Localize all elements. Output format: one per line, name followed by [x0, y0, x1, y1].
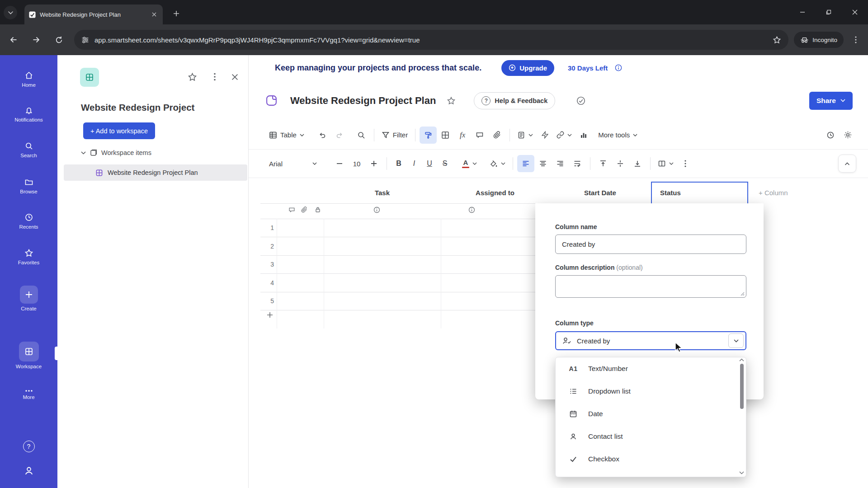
resize-grip-icon[interactable]	[741, 292, 745, 296]
row-number[interactable]: 3	[260, 255, 274, 273]
fill-color-button[interactable]	[486, 155, 509, 172]
sidebar-item-create[interactable]: Create	[0, 286, 57, 311]
sidebar-item-notifications[interactable]: Notifications	[0, 106, 57, 122]
sidebar-item-more[interactable]: More	[0, 389, 57, 400]
filter-button[interactable]: Filter	[378, 127, 411, 144]
row-number[interactable]: 4	[260, 274, 274, 292]
font-family-select[interactable]: Arial	[266, 155, 320, 172]
valign-top-button[interactable]	[594, 155, 612, 172]
assigned-info-icon[interactable]	[468, 206, 475, 213]
type-option-partial[interactable]	[556, 470, 746, 477]
strikethrough-button[interactable]: S	[437, 155, 453, 172]
scroll-up-icon[interactable]	[739, 358, 744, 361]
site-settings-icon[interactable]	[81, 36, 89, 44]
row-number[interactable]: 2	[260, 237, 274, 255]
underline-button[interactable]: U	[422, 155, 437, 172]
sidebar-help-button[interactable]: ?	[0, 441, 57, 452]
column-header-task[interactable]: Task	[324, 183, 441, 203]
new-tab-button[interactable]	[170, 7, 183, 20]
days-left-link[interactable]: 30 Days Left	[568, 64, 608, 72]
row-number[interactable]: 5	[260, 292, 274, 310]
type-option-checkbox[interactable]: Checkbox	[556, 448, 746, 470]
attachment-button[interactable]	[488, 127, 505, 144]
sidebar-item-search[interactable]: Search	[0, 141, 57, 158]
sidebar-item-browse[interactable]: Browse	[0, 178, 57, 194]
add-to-workspace-button[interactable]: + Add to workspace	[83, 122, 155, 139]
window-maximize-button[interactable]	[816, 0, 842, 24]
font-size-decrease-button[interactable]	[331, 155, 348, 172]
type-option-text-number[interactable]: A1 Text/Number	[556, 357, 746, 380]
align-center-button[interactable]	[534, 155, 552, 172]
cell-format-button[interactable]	[437, 127, 454, 144]
row-number[interactable]: 1	[260, 219, 274, 237]
collapse-toolbar-button[interactable]	[838, 155, 856, 173]
sidebar-account-button[interactable]	[0, 465, 57, 476]
more-tools-button[interactable]: More tools	[595, 127, 641, 144]
comment-column-icon[interactable]	[288, 206, 295, 213]
favorite-sheet-star-icon[interactable]	[447, 96, 456, 105]
automation-button[interactable]	[536, 127, 553, 144]
sidebar-item-home[interactable]: Home	[0, 71, 57, 88]
column-name-input[interactable]: Created by	[555, 235, 746, 254]
font-size-increase-button[interactable]	[365, 155, 382, 172]
align-left-button[interactable]	[517, 155, 534, 172]
column-type-select[interactable]: Created by	[555, 331, 746, 350]
attachment-column-icon[interactable]	[301, 206, 307, 213]
upgrade-button[interactable]: Upgrade	[501, 60, 554, 76]
tab-search-button[interactable]	[4, 6, 17, 19]
workspace-items-section[interactable]: Workspace items	[81, 146, 151, 159]
comment-button[interactable]	[471, 127, 488, 144]
link-button[interactable]	[553, 127, 575, 144]
sidebar-item-workspace[interactable]: Workspace	[0, 342, 57, 369]
bold-button[interactable]: B	[391, 155, 406, 172]
scroll-down-icon[interactable]	[739, 471, 744, 474]
align-right-button[interactable]	[552, 155, 569, 172]
favorite-star-button[interactable]	[184, 69, 200, 85]
column-header-assigned-to[interactable]: Assigned to	[441, 183, 549, 203]
merge-cells-button[interactable]	[655, 155, 677, 172]
row-report-button[interactable]	[514, 127, 536, 144]
workspace-item-selected[interactable]: Website Redesign Project Plan	[64, 164, 247, 181]
task-info-icon[interactable]	[373, 206, 380, 213]
formula-button[interactable]: fx	[454, 127, 471, 144]
add-row-button[interactable]	[267, 312, 273, 318]
undo-button[interactable]	[314, 127, 331, 144]
sidebar-item-favorites[interactable]: Favorites	[0, 249, 57, 265]
sidebar-item-recents[interactable]: Recents	[0, 213, 57, 230]
help-feedback-button[interactable]: ? Help & Feedback	[474, 92, 555, 109]
view-selector-button[interactable]: Table	[266, 127, 307, 144]
dropdown-scrollbar-thumb[interactable]	[740, 364, 744, 409]
browser-menu-kebab[interactable]	[848, 31, 863, 49]
text-wrap-button[interactable]	[569, 155, 586, 172]
panel-kebab-button[interactable]	[207, 69, 223, 85]
column-description-input[interactable]	[555, 275, 746, 298]
add-column-button[interactable]: + Column	[759, 183, 788, 203]
settings-button[interactable]	[839, 127, 856, 144]
type-select-chevron-button[interactable]	[728, 333, 744, 348]
redo-button[interactable]	[331, 127, 348, 144]
font-size-value[interactable]: 10	[348, 155, 365, 172]
valign-middle-button[interactable]	[612, 155, 629, 172]
format-kebab-button[interactable]	[677, 155, 694, 172]
share-button[interactable]: Share	[809, 92, 853, 110]
paint-format-button[interactable]	[420, 127, 437, 144]
tab-close-icon[interactable]	[150, 10, 158, 19]
window-minimize-button[interactable]	[789, 0, 816, 24]
text-color-button[interactable]: A	[459, 155, 480, 172]
activity-log-button[interactable]	[822, 127, 839, 144]
panel-close-button[interactable]	[226, 69, 243, 85]
bookmark-star-icon[interactable]	[773, 36, 781, 44]
reload-button[interactable]	[50, 31, 68, 49]
window-close-button[interactable]	[842, 0, 868, 24]
column-header-start-date[interactable]: Start Date	[549, 183, 651, 203]
valign-bottom-button[interactable]	[629, 155, 646, 172]
browser-tab[interactable]: Website Redesign Project Plan	[24, 5, 163, 24]
search-sheet-button[interactable]	[353, 127, 370, 144]
forward-button[interactable]	[27, 31, 45, 49]
italic-button[interactable]: I	[406, 155, 422, 172]
info-icon[interactable]	[615, 64, 622, 71]
column-header-status-selected[interactable]: Status	[651, 182, 748, 204]
url-bar[interactable]: app.smartsheet.com/sheets/v3qwxMgRrP9pqp…	[74, 30, 788, 50]
type-option-dropdown-list[interactable]: Dropdown list	[556, 380, 746, 403]
chart-button[interactable]	[575, 127, 592, 144]
